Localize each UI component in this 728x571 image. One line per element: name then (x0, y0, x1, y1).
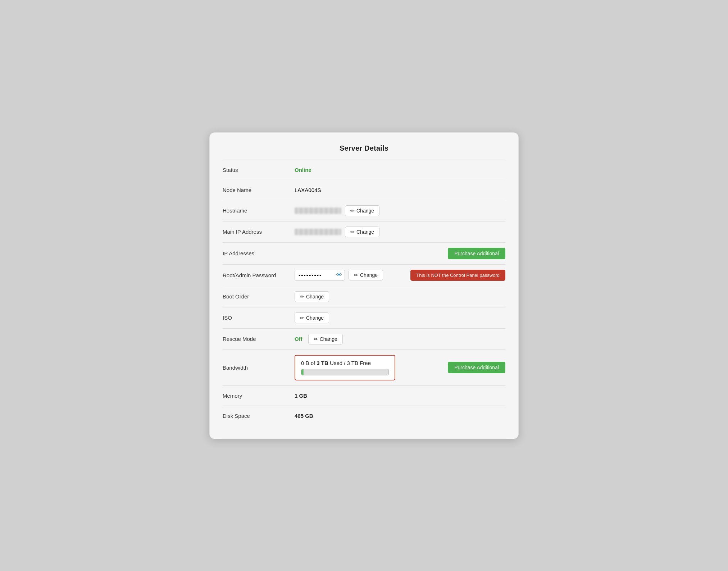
hostname-row: Hostname ✏ Change (223, 200, 505, 221)
bandwidth-progress-bg (301, 369, 389, 375)
status-value: Online (295, 167, 311, 173)
iso-change-button[interactable]: ✏ Change (295, 312, 329, 323)
iso-label: ISO (223, 315, 295, 321)
hostname-blurred-value (295, 207, 341, 214)
root-password-value-container: 👁 ✏ Change This is NOT the Control Panel… (295, 270, 505, 281)
rescue-mode-label: Rescue Mode (223, 336, 295, 342)
bandwidth-box: 0 B of 3 TB Used / 3 TB Free (295, 355, 395, 380)
bandwidth-text: 0 B of 3 TB Used / 3 TB Free (301, 360, 389, 366)
iso-change-label: Change (306, 315, 324, 321)
hostname-change-label: Change (356, 208, 374, 214)
disk-space-value-container: 465 GB (295, 413, 505, 419)
root-password-change-label: Change (360, 272, 378, 278)
root-password-row: Root/Admin Password 👁 ✏ Change This is N… (223, 264, 505, 286)
page-title: Server Details (223, 144, 505, 152)
rescue-mode-change-button[interactable]: ✏ Change (308, 334, 343, 344)
boot-order-label: Boot Order (223, 293, 295, 300)
node-name-row: Node Name LAXA004S (223, 180, 505, 200)
iso-row: ISO ✏ Change (223, 307, 505, 328)
bandwidth-row: Bandwidth 0 B of 3 TB Used / 3 TB Free P… (223, 350, 505, 385)
password-eye-icon[interactable]: 👁 (336, 272, 342, 278)
main-ip-blurred-value (295, 229, 341, 235)
main-ip-pencil-icon: ✏ (350, 229, 355, 235)
root-password-warning-container: This is NOT the Control Panel password (410, 270, 505, 281)
rescue-mode-pencil-icon: ✏ (314, 336, 318, 342)
root-password-change-button[interactable]: ✏ Change (349, 270, 383, 280)
root-password-label: Root/Admin Password (223, 272, 295, 278)
bandwidth-total: 3 TB (317, 360, 328, 366)
ip-addresses-value-container: Purchase Additional (295, 248, 505, 259)
memory-value: 1 GB (295, 393, 307, 399)
bandwidth-value-container: 0 B of 3 TB Used / 3 TB Free Purchase Ad… (295, 355, 505, 380)
hostname-change-button[interactable]: ✏ Change (345, 205, 379, 216)
server-details-card: Server Details Status Online Node Name L… (209, 132, 519, 439)
hostname-value-container: ✏ Change (295, 205, 505, 216)
memory-row: Memory 1 GB (223, 385, 505, 406)
bandwidth-purchase-button[interactable]: Purchase Additional (448, 362, 505, 373)
hostname-label: Hostname (223, 207, 295, 214)
main-ip-change-label: Change (356, 229, 374, 235)
hostname-change-pencil-icon: ✏ (350, 208, 355, 214)
status-label: Status (223, 167, 295, 173)
main-ip-label: Main IP Address (223, 229, 295, 235)
password-input-wrapper: 👁 (295, 270, 345, 281)
node-name-value-container: LAXA004S (295, 187, 505, 193)
status-value-container: Online (295, 167, 505, 173)
ip-addresses-right: Purchase Additional (448, 248, 505, 259)
node-name-value: LAXA004S (295, 187, 321, 193)
boot-order-pencil-icon: ✏ (300, 294, 304, 300)
not-control-panel-warning-button[interactable]: This is NOT the Control Panel password (410, 270, 505, 281)
boot-order-value-container: ✏ Change (295, 291, 505, 302)
memory-value-container: 1 GB (295, 393, 505, 399)
iso-value-container: ✏ Change (295, 312, 505, 323)
bandwidth-label: Bandwidth (223, 365, 295, 371)
status-row: Status Online (223, 160, 505, 180)
ip-addresses-purchase-button[interactable]: Purchase Additional (448, 248, 505, 259)
main-ip-value-container: ✏ Change (295, 227, 505, 237)
boot-order-change-label: Change (306, 294, 324, 300)
bandwidth-progress-fill (301, 369, 304, 375)
memory-label: Memory (223, 393, 295, 399)
disk-space-row: Disk Space 465 GB (223, 406, 505, 426)
ip-addresses-row: IP Addresses Purchase Additional (223, 242, 505, 264)
main-ip-change-button[interactable]: ✏ Change (345, 227, 379, 237)
node-name-label: Node Name (223, 187, 295, 193)
bandwidth-used-prefix: 0 B of (301, 360, 317, 366)
disk-space-label: Disk Space (223, 413, 295, 419)
boot-order-row: Boot Order ✏ Change (223, 286, 505, 307)
root-password-pencil-icon: ✏ (354, 272, 358, 278)
rescue-mode-status: Off (295, 336, 302, 342)
rescue-mode-change-label: Change (320, 336, 337, 342)
bandwidth-purchase-container: Purchase Additional (448, 362, 505, 373)
disk-space-value: 465 GB (295, 413, 313, 419)
bandwidth-free-suffix: Used / 3 TB Free (328, 360, 371, 366)
rescue-mode-value-container: Off ✏ Change (295, 334, 505, 344)
rescue-mode-row: Rescue Mode Off ✏ Change (223, 328, 505, 350)
main-ip-row: Main IP Address ✏ Change (223, 221, 505, 242)
ip-addresses-label: IP Addresses (223, 250, 295, 256)
iso-pencil-icon: ✏ (300, 315, 304, 321)
boot-order-change-button[interactable]: ✏ Change (295, 291, 329, 302)
